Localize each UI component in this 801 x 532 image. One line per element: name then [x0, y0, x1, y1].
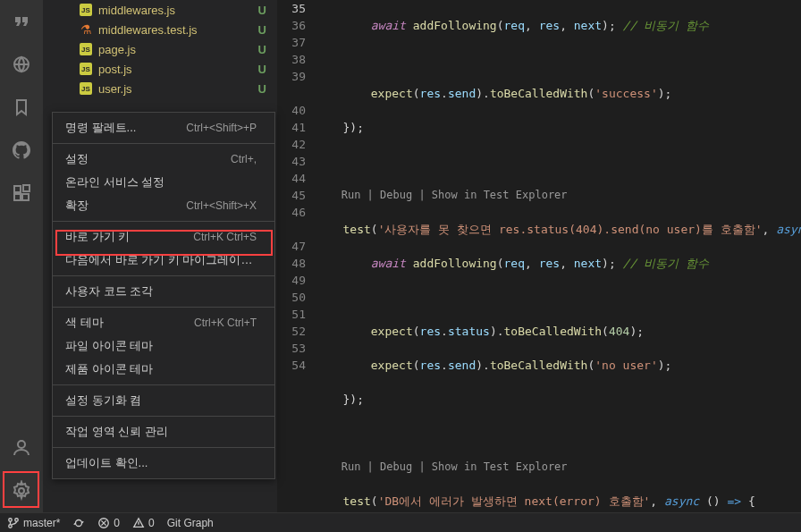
- file-item[interactable]: JSuser.jsU: [43, 79, 277, 98]
- menu-workspace-trust[interactable]: 작업 영역 신뢰 관리: [53, 420, 274, 443]
- svg-point-7: [9, 518, 13, 521]
- menu-check-updates[interactable]: 업데이트 확인...: [53, 452, 274, 475]
- account-icon[interactable]: [0, 426, 43, 469]
- svg-point-9: [15, 518, 19, 521]
- menu-extensions[interactable]: 확장Ctrl+<Shift>+X: [53, 194, 274, 217]
- github-icon[interactable]: [0, 129, 43, 172]
- line-number-gutter: 35 36 37 38 39 40 41 42 43 44 45 46 47 4…: [277, 0, 322, 512]
- menu-command-palette[interactable]: 명령 팔레트...Ctrl+<Shift>+P: [53, 116, 274, 139]
- bookmark-icon[interactable]: [0, 86, 43, 129]
- menu-separator: [53, 275, 274, 276]
- gear-icon[interactable]: [0, 469, 43, 512]
- branch-indicator[interactable]: master*: [7, 517, 60, 529]
- menu-product-icon-theme[interactable]: 제품 아이콘 테마: [53, 358, 274, 381]
- svg-rect-1: [14, 186, 21, 192]
- menu-migrate-shortcuts[interactable]: 다음에서 바로 가기 키 마이그레이션...: [53, 249, 274, 272]
- menu-online-services[interactable]: 온라인 서비스 설정: [53, 171, 274, 194]
- sync-icon[interactable]: [72, 517, 85, 529]
- file-item[interactable]: JSmiddlewares.jsU: [43, 0, 277, 20]
- globe-icon[interactable]: [0, 43, 43, 86]
- extensions-icon[interactable]: [0, 172, 43, 215]
- file-item[interactable]: JSpost.jsU: [43, 59, 277, 79]
- file-item[interactable]: ⚗middlewares.test.jsU: [43, 20, 277, 39]
- svg-point-6: [19, 488, 24, 494]
- git-graph-button[interactable]: Git Graph: [167, 517, 214, 529]
- menu-separator: [53, 447, 274, 448]
- menu-separator: [53, 143, 274, 144]
- menu-separator: [53, 221, 274, 222]
- svg-point-5: [18, 441, 25, 448]
- menu-user-snippets[interactable]: 사용자 코드 조각: [53, 280, 274, 303]
- menu-separator: [53, 384, 274, 385]
- js-file-icon: JS: [80, 43, 92, 55]
- test-file-icon: ⚗: [79, 22, 93, 37]
- code-lens[interactable]: Run | Debug | Show in Test Explorer: [322, 187, 801, 204]
- menu-keyboard-shortcuts[interactable]: 바로 가기 키Ctrl+K Ctrl+S: [53, 225, 274, 249]
- js-file-icon: JS: [80, 4, 92, 16]
- svg-point-8: [9, 524, 13, 528]
- menu-separator: [53, 416, 274, 417]
- menu-separator: [53, 307, 274, 308]
- settings-context-menu: 명령 팔레트...Ctrl+<Shift>+P 설정Ctrl+, 온라인 서비스…: [52, 112, 275, 479]
- errors-indicator[interactable]: 0: [97, 517, 120, 529]
- warnings-indicator[interactable]: 0: [132, 517, 155, 529]
- file-item[interactable]: JSpage.jsU: [43, 39, 277, 59]
- status-bar: master* 0 0 Git Graph: [0, 512, 801, 532]
- menu-settings-sync[interactable]: 설정 동기화 켬: [53, 389, 274, 412]
- js-file-icon: JS: [80, 63, 92, 75]
- svg-rect-4: [23, 185, 30, 191]
- code-content[interactable]: await addFollowing(req, res, next); // 비…: [322, 0, 801, 512]
- svg-rect-3: [22, 194, 29, 200]
- menu-color-theme[interactable]: 색 테마Ctrl+K Ctrl+T: [53, 311, 274, 334]
- menu-settings[interactable]: 설정Ctrl+,: [53, 148, 274, 171]
- svg-rect-2: [14, 194, 21, 200]
- activity-bar: [0, 0, 43, 512]
- js-file-icon: JS: [80, 82, 92, 95]
- menu-file-icon-theme[interactable]: 파일 아이콘 테마: [53, 334, 274, 358]
- code-lens[interactable]: Run | Debug | Show in Test Explorer: [322, 459, 801, 476]
- code-editor[interactable]: 35 36 37 38 39 40 41 42 43 44 45 46 47 4…: [277, 0, 801, 512]
- quote-icon[interactable]: [0, 0, 43, 43]
